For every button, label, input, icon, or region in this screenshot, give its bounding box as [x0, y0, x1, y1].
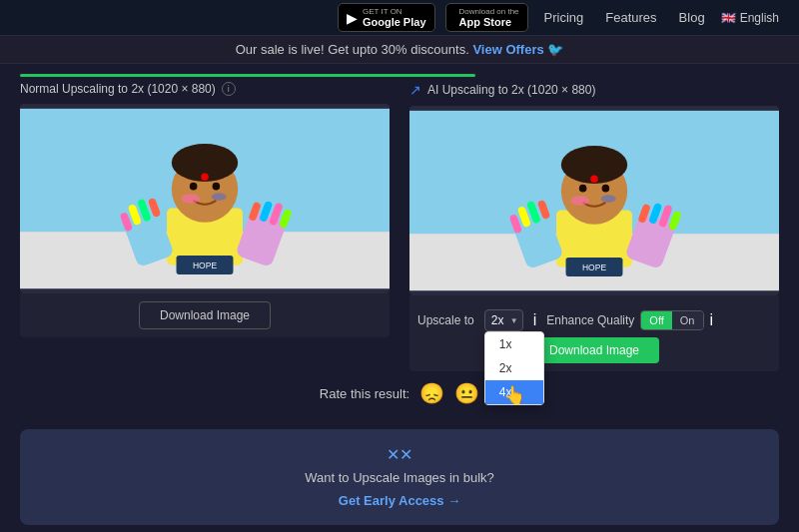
sale-text: Our sale is live! Get upto 30% discounts… [236, 42, 469, 57]
enhance-quality-group: Enhance Quality Off On i [546, 310, 713, 330]
early-access-link[interactable]: Get Early Access [339, 493, 460, 508]
left-panel: Normal Upscaling to 2x (1020 × 880) i [20, 82, 390, 371]
google-play-label: Google Play [363, 16, 426, 28]
svg-point-28 [602, 185, 610, 193]
svg-point-6 [213, 183, 221, 191]
rating-row: Rate this result: 😞 😐 [20, 381, 779, 405]
option-2x[interactable]: 2x [485, 356, 543, 380]
toggle-group: Off On [640, 310, 703, 330]
right-download-button[interactable]: Download Image [529, 337, 659, 363]
ai-upscale-icon: ↗ [409, 82, 421, 98]
left-panel-bottom: Download Image [20, 293, 390, 337]
app-store-btn[interactable]: Download on the App Store [445, 3, 528, 32]
lang-label: English [740, 11, 779, 25]
right-image-box: HOPE [409, 106, 779, 295]
left-panel-title-text: Normal Upscaling to 2x (1020 × 880) [20, 82, 216, 96]
bulk-text: Want to Upscale Images in bulk? [36, 470, 763, 485]
upscale-dropdown[interactable]: 1x 2x 4x 👆 [484, 331, 544, 405]
language-selector[interactable]: 🇬🇧 English [721, 11, 779, 25]
google-play-btn[interactable]: ▶ GET IT ON Google Play [338, 3, 435, 32]
right-controls: Upscale to 1x 2x 4x 1x 2x 4x 👆 [417, 303, 771, 337]
app-store-label: App Store [459, 16, 512, 28]
enhance-info-icon[interactable]: i [710, 311, 714, 329]
panels-row: Normal Upscaling to 2x (1020 × 880) i [20, 82, 779, 371]
left-image-box: HOPE [20, 104, 390, 293]
left-image: HOPE [20, 104, 390, 293]
view-offers-link[interactable]: View Offers [472, 42, 543, 57]
right-panel-title-text: AI Upscaling to 2x (1020 × 880) [427, 83, 595, 97]
upscale-select-wrapper: 1x 2x 4x 1x 2x 4x 👆 [484, 309, 523, 331]
toggle-on-btn[interactable]: On [672, 311, 703, 329]
svg-point-5 [190, 183, 198, 191]
option-1x[interactable]: 1x [485, 332, 543, 356]
blog-link[interactable]: Blog [673, 10, 711, 25]
top-nav: ▶ GET IT ON Google Play Download on the … [0, 0, 799, 36]
pricing-link[interactable]: Pricing [538, 10, 590, 25]
features-link[interactable]: Features [599, 10, 662, 25]
google-play-sub: GET IT ON [363, 7, 426, 16]
svg-point-41 [601, 195, 616, 203]
upscale-label: Upscale to [417, 313, 474, 327]
left-info-icon[interactable]: i [222, 82, 236, 96]
toggle-off-btn[interactable]: Off [641, 311, 671, 329]
rate-label: Rate this result: [320, 386, 409, 401]
sad-emoji-btn[interactable]: 😞 [419, 381, 444, 405]
svg-point-18 [181, 194, 200, 203]
bulk-banner: ✕✕ Want to Upscale Images in bulk? Get E… [20, 429, 779, 525]
left-download-button[interactable]: Download Image [139, 301, 271, 329]
svg-point-27 [579, 185, 587, 193]
right-panel-title: ↗ AI Upscaling to 2x (1020 × 880) [409, 82, 779, 98]
flag-icon: 🇬🇧 [721, 11, 736, 25]
upscale-select[interactable]: 1x 2x 4x [484, 309, 523, 331]
right-panel-bottom: Upscale to 1x 2x 4x 1x 2x 4x 👆 [409, 295, 779, 371]
tab-indicator [20, 74, 475, 77]
svg-text:HOPE: HOPE [193, 261, 217, 270]
option-4x[interactable]: 4x 👆 [485, 380, 543, 404]
main-content: Normal Upscaling to 2x (1020 × 880) i [0, 64, 799, 423]
right-image: HOPE [409, 106, 779, 295]
google-play-icon: ▶ [347, 10, 358, 26]
neutral-emoji-btn[interactable]: 😐 [454, 381, 479, 405]
sale-banner: Our sale is live! Get upto 30% discounts… [0, 36, 799, 64]
svg-point-40 [570, 196, 589, 205]
app-store-sub: Download on the [459, 7, 519, 16]
svg-point-7 [201, 173, 209, 181]
enhance-quality-label: Enhance Quality [546, 313, 634, 327]
svg-point-19 [212, 193, 227, 201]
right-panel: ↗ AI Upscaling to 2x (1020 × 880) [409, 82, 779, 371]
cursor: 👆 [503, 384, 525, 406]
bird-emoji: 🐦 [547, 42, 563, 57]
left-panel-title: Normal Upscaling to 2x (1020 × 880) i [20, 82, 390, 96]
svg-text:HOPE: HOPE [582, 263, 606, 272]
upscale-info-icon[interactable]: i [533, 311, 537, 329]
bulk-icon: ✕✕ [36, 445, 763, 464]
svg-point-29 [590, 175, 598, 183]
